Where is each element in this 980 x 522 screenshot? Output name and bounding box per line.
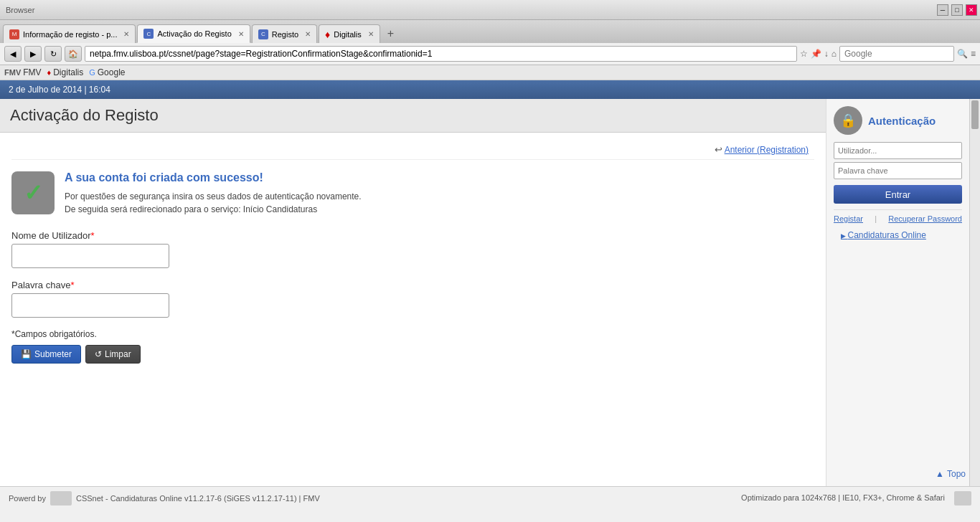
app-version-label: CSSnet - Candidaturas Online v11.2.17-6 … bbox=[76, 494, 320, 503]
auth-title: Autenticação bbox=[868, 115, 936, 127]
login-form: Nome de Utilizador* Palavra chave* *Camp… bbox=[11, 230, 814, 364]
sidebar-password-input[interactable] bbox=[834, 162, 962, 179]
back-navigation: ↩ Anterior (Registration) bbox=[11, 140, 814, 160]
clear-button[interactable]: ↺ Limpar bbox=[85, 345, 141, 364]
button-row: 💾 Submeter ↺ Limpar bbox=[11, 345, 814, 364]
browser-titlebar: Browser ─ □ ✕ bbox=[0, 0, 980, 20]
cssnet-favicon: C bbox=[143, 29, 154, 39]
tab-registo-close[interactable]: ✕ bbox=[305, 30, 311, 38]
registo-favicon: C bbox=[258, 29, 268, 39]
back-button[interactable]: ◀ bbox=[4, 46, 22, 62]
fmv-icon: FMV bbox=[4, 68, 21, 77]
back-link[interactable]: Anterior (Registration) bbox=[725, 145, 809, 155]
tab-gmail[interactable]: M Informação de registo - p... ✕ bbox=[3, 24, 136, 43]
recover-link[interactable]: Recuperar Password bbox=[888, 214, 962, 223]
footer-left: Powerd by CSSnet - Candidaturas Online v… bbox=[9, 491, 320, 506]
home-nav-icon[interactable]: ⌂ bbox=[831, 49, 837, 59]
success-icon-box: ✓ bbox=[11, 171, 55, 214]
content-area: ↩ Anterior (Registration) ✓ A sua conta … bbox=[0, 133, 826, 378]
home-button[interactable]: 🏠 bbox=[65, 46, 82, 62]
candidaturas-link[interactable]: Candidaturas Online bbox=[834, 230, 962, 240]
optimized-label: Optimizado para 1024x768 | IE10, FX3+, C… bbox=[741, 493, 945, 502]
topo-button[interactable]: ▲ Topo bbox=[936, 469, 966, 479]
username-input[interactable] bbox=[11, 244, 169, 268]
password-field-group: Palavra chave* bbox=[11, 280, 814, 318]
close-button[interactable]: ✕ bbox=[966, 4, 977, 16]
standards-icon bbox=[954, 491, 971, 506]
bookmark-fmv-label: FMV bbox=[23, 67, 41, 77]
password-input[interactable] bbox=[11, 293, 169, 318]
entrar-button[interactable]: Entrar bbox=[834, 185, 962, 204]
main-content: Activação do Registo ↩ Anterior (Registr… bbox=[0, 99, 826, 486]
forward-button[interactable]: ▶ bbox=[24, 46, 42, 62]
page-title: Activação do Registo bbox=[0, 99, 826, 133]
success-line2: De seguida será redirecionado para o ser… bbox=[65, 203, 362, 216]
sidebar-username-input[interactable] bbox=[834, 142, 962, 159]
clear-icon: ↺ bbox=[95, 349, 102, 359]
tab-digitalis-close[interactable]: ✕ bbox=[368, 30, 374, 38]
digitalis-bm-icon: ♦ bbox=[47, 68, 52, 77]
clear-label: Limpar bbox=[105, 349, 131, 359]
bookmark-google[interactable]: G Google bbox=[89, 67, 125, 77]
hp-logo bbox=[50, 491, 72, 506]
bookmarks-bar: FMV FMV ♦ Digitalis G Google bbox=[0, 65, 980, 80]
app-header: 2 de Julho de 2014 | 16:04 bbox=[0, 80, 980, 99]
tab-digitalis[interactable]: ♦ Digitalis ✕ bbox=[319, 24, 380, 43]
success-title: A sua conta foi criada com sucesso! bbox=[65, 171, 362, 184]
tab-gmail-label: Informação de registo - p... bbox=[23, 30, 117, 39]
username-label: Nome de Utilizador* bbox=[11, 230, 814, 241]
powered-by-label: Powerd by bbox=[9, 494, 46, 503]
google-bm-icon: G bbox=[89, 68, 95, 77]
required-note: *Campos obrigatórios. bbox=[11, 329, 814, 339]
register-link[interactable]: Registar bbox=[834, 214, 863, 223]
checkmark-icon: ✓ bbox=[24, 179, 43, 207]
new-tab-button[interactable]: + bbox=[382, 24, 400, 43]
auth-links: Registar | Recuperar Password bbox=[834, 209, 962, 223]
submit-label: Submeter bbox=[34, 349, 72, 359]
scrollbar[interactable] bbox=[969, 99, 980, 486]
scroll-thumb[interactable] bbox=[971, 100, 979, 129]
restore-button[interactable]: □ bbox=[951, 4, 963, 16]
username-field-group: Nome de Utilizador* bbox=[11, 230, 814, 268]
topo-arrow-icon: ▲ bbox=[936, 469, 944, 479]
submit-button[interactable]: 💾 Submeter bbox=[11, 345, 81, 364]
lock-icon: 🔒 bbox=[834, 106, 862, 135]
digitalis-favicon: ♦ bbox=[325, 29, 330, 40]
sidebar: 🔒 Autenticação Entrar Registar | Recuper… bbox=[826, 99, 969, 486]
tab-registo[interactable]: C Registo ✕ bbox=[252, 24, 317, 43]
page-layout: Activação do Registo ↩ Anterior (Registr… bbox=[0, 99, 980, 486]
browser-title: Browser bbox=[6, 6, 34, 14]
back-arrow-icon: ↩ bbox=[715, 144, 722, 155]
password-label: Palavra chave* bbox=[11, 280, 814, 290]
url-input[interactable] bbox=[85, 46, 797, 62]
success-text: A sua conta foi criada com sucesso! Por … bbox=[65, 171, 362, 216]
tab-cssnet-active[interactable]: C Activação do Registo ✕ bbox=[137, 24, 250, 43]
window-controls: ─ □ ✕ bbox=[937, 4, 977, 16]
bookmark-google-label: Google bbox=[98, 67, 126, 77]
address-bar: ◀ ▶ ↻ 🏠 ☆ 📌 ↓ ⌂ 🔍 ≡ bbox=[0, 43, 980, 65]
submit-icon: 💾 bbox=[21, 349, 32, 359]
username-required: * bbox=[91, 230, 95, 241]
bookmark-star-icon[interactable]: ☆ bbox=[800, 49, 808, 59]
refresh-button[interactable]: ↻ bbox=[44, 46, 62, 62]
download-icon[interactable]: ↓ bbox=[824, 49, 829, 59]
gmail-favicon: M bbox=[9, 29, 19, 39]
tab-bar: M Informação de registo - p... ✕ C Activ… bbox=[0, 20, 980, 43]
bookmark-digitalis[interactable]: ♦ Digitalis bbox=[47, 67, 84, 77]
app-datetime: 2 de Julho de 2014 | 16:04 bbox=[9, 85, 110, 95]
search-input[interactable] bbox=[839, 46, 954, 62]
password-required: * bbox=[70, 280, 74, 290]
tab-gmail-close[interactable]: ✕ bbox=[123, 30, 129, 38]
minimize-button[interactable]: ─ bbox=[937, 4, 948, 16]
topo-label: Topo bbox=[947, 469, 966, 479]
bookmark-icon[interactable]: 📌 bbox=[811, 49, 821, 59]
bookmark-fmv[interactable]: FMV FMV bbox=[4, 67, 42, 77]
tab-cssnet-close[interactable]: ✕ bbox=[238, 30, 244, 38]
tab-registo-label: Registo bbox=[272, 30, 298, 39]
bookmark-digitalis-label: Digitalis bbox=[53, 67, 83, 77]
tab-digitalis-label: Digitalis bbox=[334, 30, 362, 39]
footer-right: Optimizado para 1024x768 | IE10, FX3+, C… bbox=[741, 491, 971, 506]
search-icon[interactable]: 🔍 bbox=[957, 49, 968, 59]
menu-icon[interactable]: ≡ bbox=[971, 49, 976, 59]
success-box: ✓ A sua conta foi criada com sucesso! Po… bbox=[11, 171, 814, 216]
